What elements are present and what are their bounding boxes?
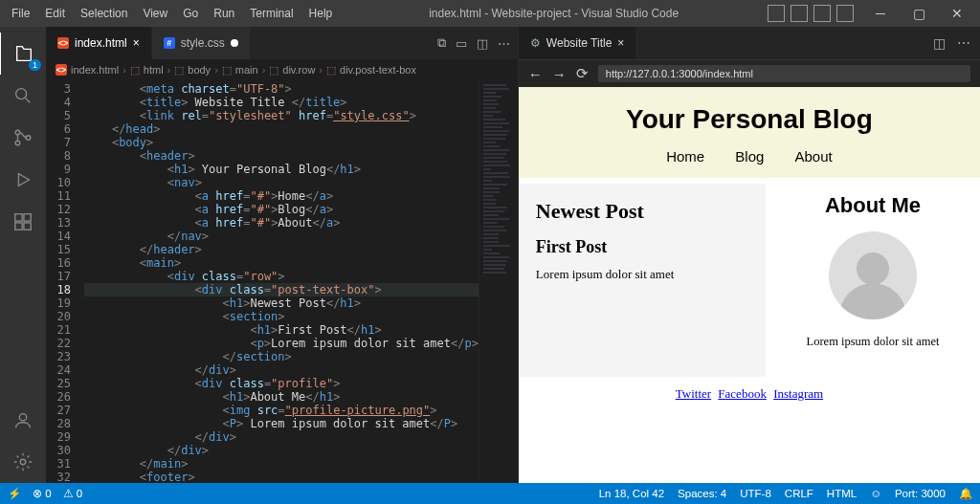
nav-about[interactable]: About [795, 148, 833, 164]
menu-run[interactable]: Run [206, 0, 242, 27]
tab-index-html[interactable]: <> index.html × [46, 27, 152, 59]
menu-go[interactable]: Go [175, 0, 206, 27]
svg-point-8 [19, 414, 26, 421]
status-bar: ⚡ ⊗ 0 ⚠ 0 Ln 18, Col 42 Spaces: 4 UTF-8 … [0, 483, 980, 504]
html-file-icon: <> [57, 37, 69, 49]
activity-accounts[interactable] [0, 399, 46, 441]
svg-point-0 [16, 89, 27, 99]
code-content[interactable]: <meta charset="UTF-8"> <title> Website T… [84, 80, 479, 483]
status-eol[interactable]: CRLF [785, 488, 813, 499]
activity-bar [0, 27, 46, 483]
minimap[interactable] [479, 80, 518, 483]
menu-help[interactable]: Help [301, 0, 341, 27]
html-file-icon: <> [56, 64, 67, 76]
status-spaces[interactable]: Spaces: 4 [678, 488, 726, 499]
svg-point-3 [26, 136, 31, 141]
browser-viewport[interactable]: Your Personal Blog Home Blog About Newes… [519, 87, 980, 483]
tab-label: style.css [181, 36, 225, 50]
svg-rect-6 [15, 223, 22, 230]
footer-facebook[interactable]: Facebook [718, 386, 767, 401]
forward-icon[interactable]: → [552, 66, 567, 82]
page-header: Your Personal Blog Home Blog About [519, 87, 980, 178]
menu-terminal[interactable]: Terminal [242, 0, 301, 27]
compare-changes-icon[interactable]: ⧉ [437, 35, 446, 51]
about-me-heading: About Me [777, 193, 969, 218]
status-encoding[interactable]: UTF-8 [740, 488, 771, 499]
code-editor[interactable]: 3456789101112131415161718192021222324252… [46, 80, 518, 483]
status-language[interactable]: HTML [827, 488, 857, 499]
footer-twitter[interactable]: Twitter [676, 386, 711, 401]
activity-explorer[interactable] [0, 33, 47, 75]
layout-controls[interactable] [768, 5, 854, 22]
preview-tabs: ⚙ Website Title × ◫ ⋯ [519, 27, 980, 59]
remote-icon[interactable]: ⚡ [8, 487, 21, 500]
page-title: Your Personal Blog [519, 104, 980, 135]
more-actions-icon[interactable]: ⋯ [957, 35, 970, 51]
avatar [829, 231, 917, 319]
svg-rect-7 [24, 223, 31, 230]
svg-rect-5 [24, 214, 31, 221]
status-feedback-icon[interactable]: ☺ [870, 488, 881, 499]
workbench: <> index.html × # style.css ⧉ ▭ ◫ ⋯ <> i… [0, 27, 980, 483]
tab-preview[interactable]: ⚙ Website Title × [519, 27, 637, 59]
layout-icon[interactable] [768, 5, 785, 22]
svg-point-2 [15, 141, 20, 145]
editor-actions: ⧉ ▭ ◫ ⋯ [437, 27, 518, 59]
activity-search[interactable] [0, 75, 46, 117]
profile-text: Lorem ipsum dolor sit amet [777, 335, 969, 349]
activity-source-control[interactable] [0, 117, 46, 159]
layout-icon[interactable] [836, 5, 854, 22]
svg-point-1 [15, 130, 20, 135]
preview-toolbar: ← → ⟳ http://127.0.0.1:3000/index.html [519, 59, 980, 87]
editor-group-left: <> index.html × # style.css ⧉ ▭ ◫ ⋯ <> i… [46, 27, 519, 483]
reload-icon[interactable]: ⟳ [576, 65, 589, 82]
split-editor-icon[interactable]: ◫ [933, 35, 946, 51]
globe-icon: ⚙ [530, 36, 541, 50]
menu-view[interactable]: View [135, 0, 175, 27]
window-title: index.html - Website-project - Visual St… [340, 7, 768, 20]
close-window-button[interactable]: ✕ [938, 0, 976, 27]
layout-icon[interactable] [813, 5, 831, 22]
back-icon[interactable]: ← [528, 66, 543, 82]
split-editor-icon[interactable]: ◫ [477, 36, 488, 51]
open-preview-icon[interactable]: ▭ [456, 36, 467, 51]
activity-debug[interactable] [0, 159, 46, 201]
activity-settings[interactable] [0, 441, 46, 483]
status-warnings[interactable]: ⚠ 0 [63, 487, 83, 500]
svg-point-9 [20, 459, 26, 465]
tab-style-css[interactable]: # style.css [152, 27, 251, 59]
activity-extensions[interactable] [0, 201, 46, 243]
tab-label: index.html [75, 36, 127, 50]
more-actions-icon[interactable]: ⋯ [498, 36, 510, 51]
footer-instagram[interactable]: Instagram [773, 386, 823, 401]
svg-rect-4 [15, 214, 22, 221]
status-notifications-icon[interactable]: 🔔 [959, 487, 972, 500]
url-input[interactable]: http://127.0.0.1:3000/index.html [598, 65, 970, 82]
post-body: Lorem ipsum dolor sit amet [536, 267, 748, 282]
layout-icon[interactable] [791, 5, 808, 22]
newest-post-heading: Newest Post [536, 199, 748, 224]
menu-selection[interactable]: Selection [73, 0, 135, 27]
titlebar: File Edit Selection View Go Run Terminal… [0, 0, 980, 27]
menu-file[interactable]: File [4, 0, 37, 27]
nav-blog[interactable]: Blog [735, 148, 764, 164]
page-nav: Home Blog About [519, 148, 980, 164]
status-cursor[interactable]: Ln 18, Col 42 [599, 488, 664, 499]
nav-home[interactable]: Home [666, 148, 704, 164]
profile-box: About Me Lorem ipsum dolor sit amet [766, 184, 980, 371]
dirty-indicator-icon [231, 39, 238, 47]
status-errors[interactable]: ⊗ 0 [33, 487, 52, 500]
breadcrumbs[interactable]: <> index.html› ⬚html› ⬚body› ⬚main› ⬚div… [46, 59, 518, 80]
css-file-icon: # [164, 37, 175, 49]
menu-edit[interactable]: Edit [37, 0, 73, 27]
status-port[interactable]: Port: 3000 [895, 488, 946, 499]
maximize-button[interactable]: ▢ [900, 0, 938, 27]
preview-pane: ⚙ Website Title × ◫ ⋯ ← → ⟳ http://127.0… [519, 27, 980, 483]
post-text-box: Newest Post First Post Lorem ipsum dolor… [519, 184, 766, 377]
first-post-heading: First Post [536, 237, 748, 257]
close-icon[interactable]: × [133, 36, 140, 50]
close-icon[interactable]: × [617, 36, 624, 50]
line-gutter: 3456789101112131415161718192021222324252… [46, 80, 84, 483]
minimize-button[interactable]: ─ [861, 0, 900, 27]
tab-label: Website Title [546, 36, 612, 50]
